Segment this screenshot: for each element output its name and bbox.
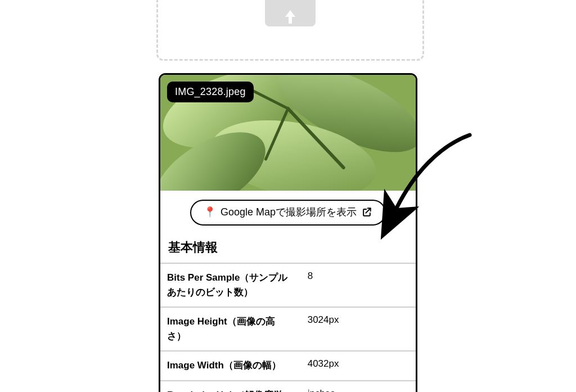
google-map-button[interactable]: 📍 Google Mapで撮影場所を表示	[190, 200, 386, 226]
meta-label: Image Height（画像の高さ）	[160, 307, 301, 351]
meta-value: 3024px	[301, 307, 416, 351]
external-link-icon	[361, 206, 372, 218]
meta-label: Bits Per Sample（サンプルあたりのビット数）	[160, 263, 301, 307]
table-row: ResolutionUnit（解像度単位） inches	[160, 381, 416, 393]
table-row: Image Height（画像の高さ） 3024px	[160, 307, 416, 351]
table-row: Bits Per Sample（サンプルあたりのビット数） 8	[160, 263, 416, 307]
meta-label: Image Width（画像の幅）	[160, 351, 301, 381]
folder-upload-icon	[265, 0, 316, 26]
google-map-button-label: Google Mapで撮影場所を表示	[220, 205, 357, 219]
filename-chip: IMG_2328.jpeg	[167, 82, 254, 102]
meta-value: 4032px	[301, 351, 416, 381]
section-basic-info-title: 基本情報	[160, 233, 416, 263]
meta-value: inches	[301, 381, 416, 393]
image-preview: IMG_2328.jpeg	[160, 75, 416, 191]
meta-label: ResolutionUnit（解像度単位）	[160, 381, 301, 393]
table-row: Image Width（画像の幅） 4032px	[160, 351, 416, 381]
meta-value: 8	[301, 263, 416, 307]
metadata-table: Bits Per Sample（サンプルあたりのビット数） 8 Image He…	[160, 263, 416, 392]
pin-icon: 📍	[204, 207, 216, 217]
upload-dropzone[interactable]	[156, 0, 424, 61]
image-result-card: IMG_2328.jpeg 📍 Google Mapで撮影場所を表示 基本情報	[159, 73, 417, 392]
